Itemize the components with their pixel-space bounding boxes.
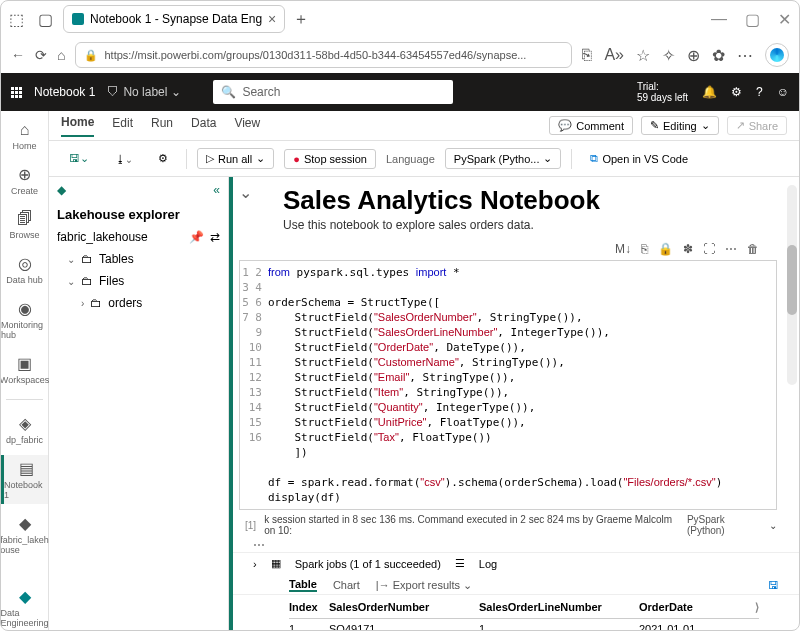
rail-dp-fabric[interactable]: ◈dp_fabric [1, 410, 48, 449]
feedback-icon[interactable]: ☺ [777, 85, 789, 99]
col-line[interactable]: SalesOrderLineNumber [479, 601, 639, 614]
rail-browse[interactable]: 🗐Browse [1, 206, 48, 244]
focus-cell-button[interactable]: ⛶ [703, 242, 715, 256]
maximize-button[interactable]: ▢ [745, 10, 760, 29]
lakehouse-icon: ◆ [19, 514, 31, 533]
explorer-db[interactable]: fabric_lakehouse 📌 ⇄ [49, 226, 228, 248]
collapse-explorer-button[interactable]: « [213, 183, 220, 197]
notebook-subtitle: Use this notebook to explore sales order… [283, 218, 749, 232]
rail-data-engineering[interactable]: ◆Data Engineering [1, 583, 48, 631]
result-tab-chart[interactable]: Chart [333, 579, 360, 591]
sensitivity-label[interactable]: ⛉ No label ⌄ [107, 85, 181, 99]
copy-cell-button[interactable]: ⎘ [641, 242, 648, 256]
help-icon[interactable]: ? [756, 85, 763, 99]
url-input[interactable]: 🔒 https://msit.powerbi.com/groups/0130d3… [75, 42, 572, 68]
lock-cell-button[interactable]: 🔒 [658, 242, 673, 256]
exec-index: [1] [245, 520, 256, 531]
delete-cell-button[interactable]: 🗑 [747, 242, 759, 256]
star-icon[interactable]: ☆ [636, 46, 650, 65]
tab-edit[interactable]: Edit [112, 116, 133, 136]
editing-button[interactable]: ✎Editing⌄ [641, 116, 719, 135]
global-search-input[interactable]: 🔍 Search [213, 80, 453, 104]
cell-more-button[interactable]: ⋯ [725, 242, 737, 256]
tab-view[interactable]: View [234, 116, 260, 136]
trial-status[interactable]: Trial: 59 days left [637, 81, 688, 103]
browser-tab[interactable]: Notebook 1 - Synapse Data Eng × [63, 5, 285, 33]
result-tab-table[interactable]: Table [289, 578, 317, 592]
open-vscode-button[interactable]: ⧉Open in VS Code [582, 149, 696, 168]
rail-datahub[interactable]: ◎Data hub [1, 250, 48, 289]
clipboard-icon[interactable]: ⎘ [582, 46, 592, 64]
close-window-button[interactable]: ✕ [778, 10, 791, 29]
cell-language-badge[interactable]: PySpark (Python) [687, 514, 761, 536]
copilot-icon[interactable] [765, 43, 789, 67]
refresh-button[interactable]: ⟳ [35, 47, 47, 63]
md-toggle-button[interactable]: M↓ [615, 242, 631, 256]
close-tab-icon[interactable]: × [268, 11, 276, 27]
export-results-button[interactable]: |→ Export results ⌄ [376, 579, 472, 592]
output-ellipsis[interactable]: ⋯ [233, 538, 799, 552]
swap-icon[interactable]: ⇄ [210, 230, 220, 244]
expand-jobs-icon[interactable]: › [253, 558, 257, 570]
spark-jobs-row: › ▦ Spark jobs (1 of 1 succeeded) ☰ Log [233, 552, 799, 574]
minimize-button[interactable]: — [711, 10, 727, 29]
play-icon: ▷ [206, 152, 214, 165]
explorer-files[interactable]: ⌄🗀Files [49, 270, 228, 292]
rail-lakehouse[interactable]: ◆fabric_lakeh ouse [1, 510, 48, 559]
home-button[interactable]: ⌂ [57, 47, 65, 63]
settings-gear-icon[interactable]: ⚙ [731, 85, 742, 99]
run-cell-button[interactable]: ▷ [229, 260, 235, 276]
collections-icon[interactable]: ⊕ [687, 46, 700, 65]
stop-session-button[interactable]: ●Stop session [284, 149, 376, 169]
rail-workspaces[interactable]: ▣Workspaces [1, 350, 48, 389]
exec-message: k session started in 8 sec 136 ms. Comma… [264, 514, 679, 536]
comment-button[interactable]: 💬Comment [549, 116, 633, 135]
app-launcher-icon[interactable] [11, 87, 22, 98]
explorer-tables[interactable]: ⌄🗀Tables [49, 248, 228, 270]
workspace-icon[interactable]: ⬚ [9, 10, 24, 29]
code-content[interactable]: from pyspark.sql.types import * orderSch… [268, 261, 776, 509]
gear-button[interactable]: ⚙ [150, 149, 176, 168]
chevron-down-icon: ⌄ [171, 85, 181, 99]
language-select[interactable]: PySpark (Pytho...⌄ [445, 148, 562, 169]
col-so[interactable]: SalesOrderNumber [329, 601, 479, 614]
pin-icon[interactable]: 📌 [189, 230, 204, 244]
run-all-button[interactable]: ▷Run all⌄ [197, 148, 274, 169]
save-results-button[interactable]: 🖫 [768, 579, 779, 591]
address-bar: ← ⟳ ⌂ 🔒 https://msit.powerbi.com/groups/… [1, 37, 799, 73]
rail-monitoring[interactable]: ◉Monitoring hub [1, 295, 48, 344]
rail-create[interactable]: ⊕Create [1, 161, 48, 200]
new-tab-button[interactable]: ＋ [293, 9, 309, 30]
cell-collapse-button[interactable]: ⌄ [229, 278, 235, 291]
more-icon[interactable]: ⋯ [737, 46, 753, 65]
lakehouse-explorer: ◆ « Lakehouse explorer fabric_lakehouse … [49, 177, 229, 631]
read-aloud-icon[interactable]: A» [604, 46, 624, 64]
rail-home[interactable]: ⌂Home [1, 117, 48, 155]
chevron-down-icon[interactable]: ⌄ [769, 520, 777, 531]
tab-home[interactable]: Home [61, 115, 94, 137]
line-numbers: 1 2 3 4 5 6 7 8 9 10 11 12 13 14 15 16 [240, 261, 268, 509]
back-button[interactable]: ← [11, 47, 25, 63]
collapse-md-icon[interactable]: ⌄ [239, 183, 252, 202]
tab-run[interactable]: Run [151, 116, 173, 136]
table-row[interactable]: 1 SO49171 1 2021-01-01 [289, 619, 759, 631]
notebook-name[interactable]: Notebook 1 [34, 85, 95, 99]
save-button[interactable]: 🖫⌄ [61, 149, 97, 168]
freeze-cell-button[interactable]: ✽ [683, 242, 693, 256]
notifications-icon[interactable]: 🔔 [702, 85, 717, 99]
col-index[interactable]: Index [289, 601, 329, 614]
chevron-down-icon: ⌄ [543, 152, 552, 165]
tab-data[interactable]: Data [191, 116, 216, 136]
scroll-right-icon[interactable]: ⟩ [755, 601, 759, 614]
explorer-orders[interactable]: ›🗀orders [49, 292, 228, 314]
share-button[interactable]: ↗Share [727, 116, 787, 135]
stop-icon: ● [293, 153, 300, 165]
explorer-title: Lakehouse explorer [49, 203, 228, 226]
download-button[interactable]: ⭳⌄ [107, 150, 140, 168]
rail-notebook1[interactable]: ▤Notebook 1 [1, 455, 48, 504]
code-cell[interactable]: 1 2 3 4 5 6 7 8 9 10 11 12 13 14 15 16 f… [239, 260, 777, 510]
extensions-icon[interactable]: ✿ [712, 46, 725, 65]
col-date[interactable]: OrderDate [639, 601, 729, 614]
tabs-icon[interactable]: ▢ [38, 10, 53, 29]
favorites-icon[interactable]: ✧ [662, 46, 675, 65]
